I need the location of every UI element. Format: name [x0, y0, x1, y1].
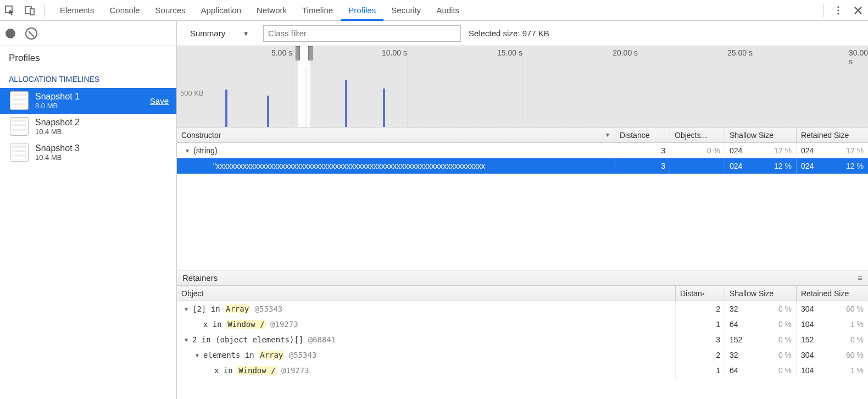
save-link[interactable]: Save: [150, 96, 169, 106]
constructor-row[interactable]: ▼(string)30 %02412 %02412 %: [177, 143, 868, 158]
cell-retained: 1041 %: [797, 317, 868, 332]
snapshot-icon: [10, 143, 29, 162]
retainer-label: 2 in (object elements)[] @68841: [192, 335, 336, 344]
view-dropdown[interactable]: Summary ▼: [183, 25, 255, 42]
constructor-row[interactable]: "xxxxxxxxxxxxxxxxxxxxxxxxxxxxxxxxxxxxxxx…: [177, 158, 868, 174]
tab-profiles[interactable]: Profiles: [341, 0, 383, 21]
col-shallow[interactable]: Shallow Size: [725, 286, 797, 301]
cell-shallow: 640 %: [725, 317, 797, 332]
timeline-gridline: [522, 46, 523, 127]
expand-icon[interactable]: ▼: [185, 306, 190, 312]
retainer-row[interactable]: x in Window / @192731640 %1041 %: [177, 317, 868, 332]
chevron-down-icon: ▼: [243, 30, 249, 37]
snapshot-title: Snapshot 3: [35, 143, 80, 153]
retainer-label: x in Window / @19273: [214, 366, 309, 375]
inspect-icon[interactable]: [0, 0, 20, 21]
col-distance-label: Distance: [620, 131, 649, 140]
close-icon[interactable]: [848, 0, 868, 21]
tab-elements[interactable]: Elements: [52, 0, 102, 21]
cell-retained: 1041 %: [797, 363, 868, 378]
snapshot-size: 10.4 MB: [35, 128, 80, 136]
timeline-y-label: 500 KB: [180, 89, 204, 97]
col-shallow[interactable]: Shallow Size: [725, 128, 797, 142]
tab-application[interactable]: Application: [193, 0, 249, 21]
timeline-tick: 20.00 s: [613, 48, 638, 57]
tab-network[interactable]: Network: [249, 0, 294, 21]
col-constructor[interactable]: Constructor ▼: [177, 128, 615, 142]
cell-retained: 1520 %: [797, 332, 868, 347]
record-button[interactable]: [5, 29, 15, 38]
col-object[interactable]: Object: [177, 286, 676, 301]
col-retained-label: Retained Size: [801, 289, 849, 298]
snapshot-icon: [10, 91, 29, 110]
col-retained-label: Retained Size: [801, 131, 849, 140]
expand-icon[interactable]: ▼: [185, 337, 190, 343]
timeline-tick: 25.00 s: [727, 48, 753, 57]
col-distance[interactable]: Distan: [676, 286, 725, 301]
col-retained[interactable]: Retained Size: [797, 286, 868, 301]
allocation-bar: [225, 90, 227, 127]
svg-rect-2: [30, 9, 34, 15]
device-toggle-icon[interactable]: [20, 0, 40, 21]
snapshot-size: 10.4 MB: [35, 153, 80, 162]
snapshot-title: Snapshot 1: [35, 91, 80, 102]
cell-shallow: 02412 %: [725, 143, 797, 158]
constructors-body: ▼(string)30 %02412 %02412 %"xxxxxxxxxxxx…: [177, 143, 868, 270]
tab-timeline[interactable]: Timeline: [294, 0, 341, 21]
retainer-label: x in Window / @19273: [203, 320, 298, 329]
selection-handle-left[interactable]: [296, 46, 300, 60]
snapshot-title: Snapshot 2: [35, 117, 80, 128]
content: Profiles ALLOCATION TIMELINES Snapshot 1…: [0, 21, 868, 399]
col-shallow-label: Shallow Size: [730, 131, 774, 140]
snapshot-icon: [10, 117, 29, 136]
cell-distance: 3: [615, 158, 670, 174]
expand-icon[interactable]: ▼: [196, 352, 201, 358]
menu-icon[interactable]: ≡: [858, 273, 863, 282]
cell-distance: 2: [676, 301, 725, 317]
snapshot-item[interactable]: Snapshot 18.0 MBSave: [0, 88, 176, 114]
cell-distance: 1: [676, 363, 725, 378]
class-filter-input[interactable]: [263, 25, 461, 42]
retainer-row[interactable]: ▼2 in (object elements)[] @6884131520 %1…: [177, 332, 868, 347]
cell-shallow: 1520 %: [725, 332, 797, 347]
constructors-header: Constructor ▼ Distance Objects... Shallo…: [177, 128, 868, 143]
col-retained[interactable]: Retained Size: [797, 128, 868, 142]
retainers-body: ▼[2] in Array @553432320 %30460 %x in Wi…: [177, 301, 868, 378]
allocation-timelines-label: ALLOCATION TIMELINES: [0, 67, 176, 88]
snapshot-item[interactable]: Snapshot 210.4 MB: [0, 114, 176, 140]
cell-retained: 02412 %: [797, 158, 868, 174]
cell-retained: 30460 %: [797, 301, 868, 317]
tab-console[interactable]: Console: [102, 0, 148, 21]
retainer-row[interactable]: x in Window / @192731640 %1041 %: [177, 363, 868, 378]
retainer-row[interactable]: ▼[2] in Array @553432320 %30460 %: [177, 301, 868, 317]
clear-button[interactable]: [25, 27, 37, 40]
cell-retained: 30460 %: [797, 347, 868, 363]
retainer-row[interactable]: ▼elements in Array @553432320 %30460 %: [177, 347, 868, 363]
col-distance[interactable]: Distance: [615, 128, 670, 142]
row-label: "xxxxxxxxxxxxxxxxxxxxxxxxxxxxxxxxxxxxxxx…: [213, 162, 485, 170]
col-distance-label: Distan: [680, 289, 702, 298]
allocation-timeline[interactable]: 500 KB 5.00 s10.00 s15.00 s20.00 s25.00 …: [177, 46, 868, 128]
svg-point-5: [837, 13, 839, 14]
selection-handle-right[interactable]: [308, 46, 313, 60]
col-objects[interactable]: Objects...: [670, 128, 725, 142]
timeline-tick: 15.00 s: [497, 48, 522, 57]
tab-security[interactable]: Security: [383, 0, 429, 21]
retainers-title: Retainers: [182, 273, 218, 282]
kebab-menu-icon[interactable]: [828, 0, 848, 21]
tab-sources[interactable]: Sources: [148, 0, 193, 21]
snapshot-list: Snapshot 18.0 MBSaveSnapshot 210.4 MBSna…: [0, 88, 176, 165]
expand-icon[interactable]: ▼: [185, 148, 190, 154]
tab-audits[interactable]: Audits: [429, 0, 467, 21]
col-constructor-label: Constructor: [181, 131, 221, 140]
timeline-gridline: [753, 46, 753, 127]
sidebar: Profiles ALLOCATION TIMELINES Snapshot 1…: [0, 21, 177, 399]
cell-distance: 1: [676, 317, 725, 332]
sidebar-tools: [0, 21, 176, 46]
snapshot-item[interactable]: Snapshot 310.4 MB: [0, 140, 176, 165]
devtools-tabbar: ElementsConsoleSourcesApplicationNetwork…: [0, 0, 868, 21]
profiles-toolbar: Summary ▼ Selected size: 977 KB: [177, 21, 868, 46]
cell-shallow: 320 %: [725, 347, 797, 363]
cell-shallow: 320 %: [725, 301, 797, 317]
selected-size-label: Selected size: 977 KB: [469, 29, 549, 38]
